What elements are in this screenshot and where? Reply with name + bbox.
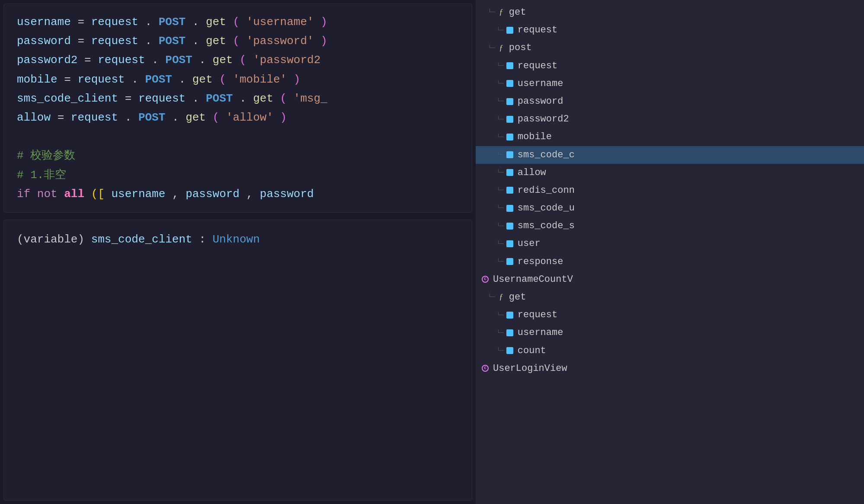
outline-label: count (518, 343, 546, 358)
outline-label: username (518, 76, 563, 91)
outline-item-user1[interactable]: └─ user (476, 235, 864, 252)
outline-label: UserLoginView (493, 361, 567, 376)
function-icon: ƒ (497, 44, 506, 52)
outline-label: mobile (518, 129, 552, 144)
tooltip-section: (variable) sms_code_client : Unknown (3, 220, 472, 501)
outline-label: sms_code_s (518, 218, 575, 233)
outline-label: request (518, 307, 557, 322)
code-line-4: mobile = request . POST . get ( 'mobile'… (17, 70, 467, 89)
var-username: username (17, 16, 71, 29)
class-icon: C (481, 275, 490, 284)
variable-icon (506, 26, 514, 35)
outline-label: request (518, 58, 557, 73)
tooltip-type: Unknown (213, 233, 260, 246)
variable-icon (506, 79, 514, 88)
outline-item-UsernameCountV1[interactable]: C UsernameCountV (476, 271, 864, 288)
tree-connector: └─ (496, 150, 504, 159)
outline-label: get (509, 290, 526, 305)
variable-icon (506, 204, 514, 213)
variable-icon (506, 329, 514, 337)
outline-label: username (518, 325, 563, 340)
tooltip-prefix: (variable) sms_code_client : Unknown (17, 233, 260, 246)
code-line-6: allow = request . POST . get ( 'allow' ) (17, 108, 467, 127)
tree-connector: └─ (496, 168, 504, 177)
tree-connector: └─ (496, 346, 504, 355)
outline-label: UsernameCountV (493, 272, 573, 287)
tree-connector: └─ (496, 221, 504, 231)
tree-connector: └─ (496, 61, 504, 70)
outline-item-username1[interactable]: └─ username (476, 75, 864, 93)
variable-icon (506, 150, 514, 159)
tree-connector: └─ (496, 96, 504, 106)
editor-panel: username = request . POST . get ( 'usern… (0, 0, 476, 504)
tree-connector: └─ (496, 310, 504, 320)
code-line-2: password = request . POST . get ( 'passw… (17, 32, 467, 51)
outline-item-get1[interactable]: └─ ƒ get (476, 3, 864, 21)
tooltip-varname: sms_code_client (91, 233, 192, 246)
variable-icon (506, 311, 514, 319)
variable-icon (506, 115, 514, 124)
tree-connector: └─ (496, 79, 504, 88)
outline-item-request2[interactable]: └─ request (476, 57, 864, 75)
variable-icon (506, 186, 514, 195)
tree-connector: └─ (496, 203, 504, 213)
blank-line-1 (17, 127, 467, 146)
variable-icon (506, 133, 514, 141)
main-code-section: username = request . POST . get ( 'usern… (3, 3, 472, 213)
outline-label: request (518, 22, 557, 38)
tree-connector: └─ (488, 43, 495, 53)
outline-item-sms-code-s1[interactable]: └─ sms_code_s (476, 217, 864, 235)
outline-item-redis-conn1[interactable]: └─ redis_conn (476, 182, 864, 199)
outline-item-post1[interactable]: └─ ƒ post (476, 39, 864, 57)
tree-connector: └─ (496, 328, 504, 338)
outline-item-get2[interactable]: └─ ƒ get (476, 288, 864, 306)
outline-item-UserLoginView1[interactable]: C UserLoginView (476, 360, 864, 377)
outline-label: sms_code_c (518, 147, 575, 163)
tree-connector: └─ (496, 257, 504, 266)
outline-label: response (518, 254, 563, 269)
outline-label: user (518, 236, 541, 251)
outline-label: sms_code_u (518, 201, 575, 216)
outline-item-request1[interactable]: └─ request (476, 21, 864, 39)
outline-label: password (518, 94, 563, 109)
variable-icon (506, 168, 514, 177)
tree-connector: └─ (496, 115, 504, 124)
outline-label: password2 (518, 112, 569, 127)
variable-icon (506, 222, 514, 230)
outline-item-allow1[interactable]: └─ allow (476, 164, 864, 182)
comment-line-2: # 1.非空 (17, 166, 467, 185)
outline-item-request3[interactable]: └─ request (476, 306, 864, 324)
code-line-1: username = request . POST . get ( 'usern… (17, 13, 467, 32)
outline-item-username2[interactable]: └─ username (476, 324, 864, 341)
tree-connector: └─ (496, 26, 504, 35)
variable-icon (506, 257, 514, 266)
tree-connector: └─ (488, 292, 495, 302)
outline-item-mobile1[interactable]: └─ mobile (476, 128, 864, 146)
tree-connector: └─ (488, 7, 495, 17)
variable-icon (506, 61, 514, 70)
comment-line-1: # 校验参数 (17, 146, 467, 165)
tree-connector: └─ (496, 132, 504, 142)
tree-connector: └─ (496, 239, 504, 249)
if-line: if not all ([ username , password , pass… (17, 185, 467, 204)
outline-item-sms-code-c[interactable]: └─ sms_code_c (476, 146, 864, 164)
outline-label: post (509, 40, 532, 55)
code-line-5: sms_code_client = request . POST . get (… (17, 89, 467, 108)
outline-label: allow (518, 165, 546, 180)
outline-item-password1[interactable]: └─ password (476, 93, 864, 110)
function-icon: ƒ (497, 293, 506, 302)
outline-label: get (509, 5, 526, 20)
function-icon: ƒ (497, 8, 506, 17)
variable-icon (506, 239, 514, 248)
outline-item-password21[interactable]: └─ password2 (476, 110, 864, 128)
variable-icon (506, 346, 514, 355)
outline-item-response1[interactable]: └─ response (476, 253, 864, 271)
outline-panel: └─ ƒ get └─ request └─ ƒ post └─ request… (476, 0, 864, 504)
code-line-3: password2 = request . POST . get ( 'pass… (17, 51, 467, 70)
class-icon: C (481, 364, 490, 373)
outline-item-sms-code-u1[interactable]: └─ sms_code_u (476, 199, 864, 217)
tree-connector: └─ (496, 185, 504, 195)
outline-label: redis_conn (518, 183, 575, 198)
variable-icon (506, 97, 514, 106)
outline-item-count1[interactable]: └─ count (476, 342, 864, 360)
